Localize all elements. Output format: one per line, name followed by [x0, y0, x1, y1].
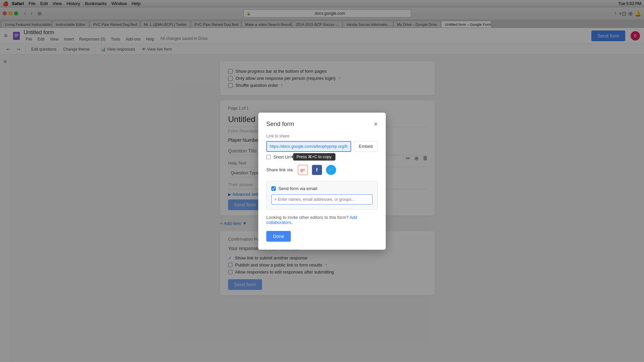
copy-tooltip: Press ⌘+C to copy. [293, 153, 335, 161]
embed-button[interactable]: Embed [354, 141, 378, 152]
collaborator-text: Looking to invite other editors to this … [266, 215, 378, 225]
modal-title: Send form [266, 121, 294, 128]
link-row: Embed [266, 141, 378, 152]
share-via-label: Share link via: [266, 167, 294, 172]
email-recipients-input[interactable] [271, 194, 373, 204]
modal-overlay[interactable]: Send form × Link to share Embed Short Ur… [0, 0, 644, 362]
email-checkbox[interactable] [271, 186, 276, 191]
short-url-label: Short Url [273, 155, 290, 160]
twitter-share-button[interactable]: 🐦 [326, 165, 336, 175]
send-form-modal: Send form × Link to share Embed Short Ur… [258, 113, 386, 250]
modal-close-button[interactable]: × [374, 121, 378, 127]
email-section-label: Send form via email: [278, 186, 318, 191]
google-plus-share-button[interactable]: g+ [298, 165, 308, 175]
short-url-row: Short Url Press ⌘+C to copy. [266, 155, 378, 160]
facebook-share-button[interactable]: f [312, 165, 322, 175]
share-via-row: Share link via: g+ f 🐦 [266, 165, 378, 175]
link-input[interactable] [266, 141, 351, 152]
modal-header: Send form × [266, 121, 378, 128]
link-section-label: Link to share [266, 134, 378, 138]
modal-footer: Done [266, 231, 378, 242]
done-button[interactable]: Done [266, 231, 291, 242]
short-url-checkbox[interactable] [266, 155, 271, 159]
email-section: Send form via email: [266, 181, 378, 209]
email-checkbox-row: Send form via email: [271, 186, 373, 191]
